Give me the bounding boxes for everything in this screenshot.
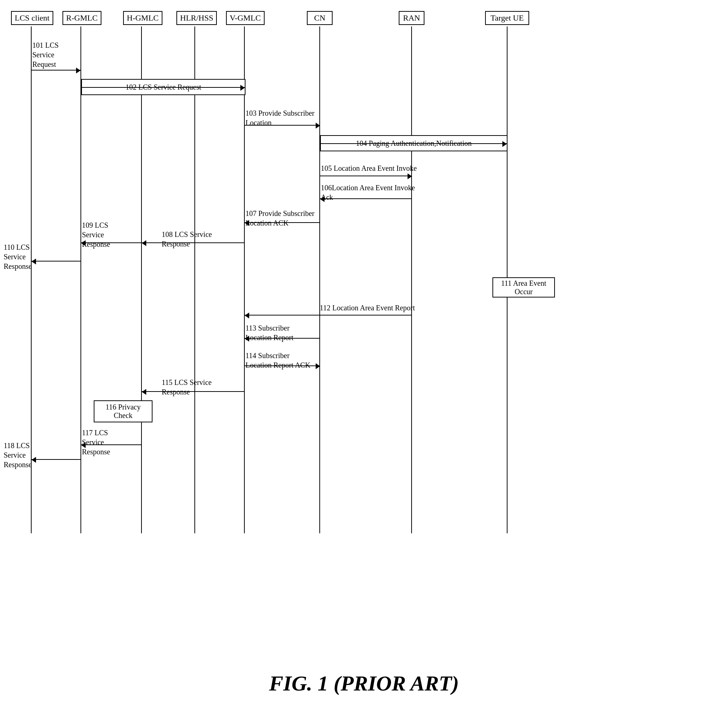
msg-106-arrowhead (320, 196, 325, 202)
lifeline-r-gmlc (80, 27, 81, 533)
msg-116-box: 116 PrivacyCheck (94, 400, 152, 422)
msg-108-label: 108 LCS ServiceResponse (162, 230, 212, 249)
msg-109-label: 109 LCSServiceResponse (82, 220, 110, 249)
msg-113-label: 113 SubscriberLocation Report (245, 323, 293, 342)
entity-hlr-hss: HLR/HSS (176, 11, 217, 25)
msg-109-arrow (81, 242, 142, 243)
msg-110-arrowhead (32, 259, 36, 264)
lifeline-h-gmlc (141, 27, 142, 533)
msg-118-arrow (32, 459, 81, 460)
msg-110-arrow (32, 261, 81, 261)
msg-115-arrow (142, 391, 245, 392)
msg-112-arrowhead (245, 312, 249, 318)
msg-108-arrowhead (142, 240, 146, 246)
msg-102-arrowhead (240, 85, 245, 91)
msg-101-arrow (32, 70, 80, 70)
msg-107-arrowhead (245, 220, 249, 226)
msg-110-label: 110 LCSServiceResponse (4, 242, 32, 271)
msg-117-label: 117 LCSServiceResponse (82, 428, 110, 456)
msg-112-arrow (245, 315, 412, 315)
msg-104-arrow (320, 143, 507, 144)
msg-104-arrowhead (502, 141, 507, 147)
entity-h-gmlc: H-GMLC (123, 11, 162, 25)
msg-114-arrowhead (316, 363, 320, 369)
msg-108-arrow (142, 242, 245, 243)
msg-113-arrowhead (245, 336, 249, 342)
entity-target-ue: Target UE (485, 11, 529, 25)
msg-114-label: 114 SubscriberLocation Report ACK (245, 351, 311, 370)
entity-cn: CN (307, 11, 332, 25)
msg-107-label: 107 Provide SubscriberLocation ACK (245, 208, 314, 228)
entity-lcs-client: LCS client (11, 11, 53, 25)
msg-102-arrow (81, 87, 245, 88)
msg-111-box: 111 Area EventOccur (492, 277, 555, 297)
msg-118-label: 118 LCSServiceResponse (4, 441, 32, 470)
entity-ran: RAN (399, 11, 424, 25)
msg-101-label: 101 LCSServiceRequest (32, 40, 59, 69)
msg-114-arrow (245, 366, 320, 366)
msg-106-label: 106Location Area Event InvokeAck (321, 183, 415, 202)
lifeline-cn (319, 27, 320, 533)
msg-115-label: 115 LCS ServiceResponse (162, 378, 212, 397)
msg-107-arrow (245, 222, 320, 223)
lifeline-ran (411, 27, 412, 533)
msg-118-arrowhead (32, 457, 36, 463)
msg-109-arrowhead (81, 240, 86, 246)
entity-r-gmlc: R-GMLC (62, 11, 101, 25)
lifeline-hlr-hss (194, 27, 195, 533)
msg-117-arrow (81, 444, 142, 445)
entity-v-gmlc: V-GMLC (226, 11, 265, 25)
sequence-diagram: LCS client R-GMLC H-GMLC HLR/HSS V-GMLC … (0, 0, 728, 643)
msg-106-arrow (320, 198, 412, 199)
msg-113-arrow (245, 338, 320, 339)
msg-115-arrowhead (142, 389, 146, 395)
msg-101-arrowhead (76, 68, 80, 74)
msg-105-label: 105 Location Area Event Invoke (321, 164, 417, 173)
msg-117-arrowhead (81, 442, 86, 448)
lifeline-v-gmlc (244, 27, 245, 533)
msg-105-arrowhead (408, 173, 412, 179)
msg-103-arrow (245, 125, 320, 126)
figure-caption: FIG. 1 (PRIOR ART) (0, 671, 728, 696)
msg-103-arrowhead (316, 123, 320, 129)
msg-112-label: 112 Location Area Event Report (320, 303, 415, 312)
msg-105-arrow (320, 176, 412, 176)
